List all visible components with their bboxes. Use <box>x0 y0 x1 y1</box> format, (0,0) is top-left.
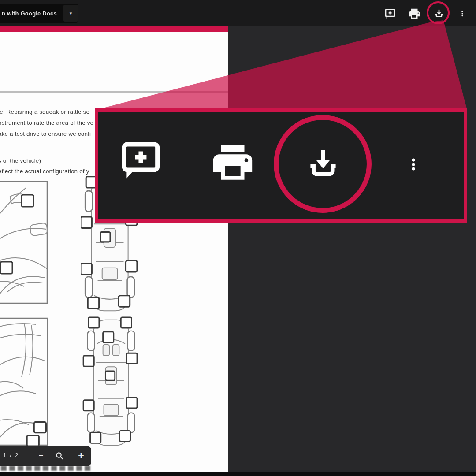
highlight-circle-small <box>427 1 450 24</box>
section-divider <box>0 91 228 93</box>
page-zoom-toolbar: 1 / 2 − + <box>0 446 91 466</box>
document-text-line: s of the vehicle) <box>0 157 41 164</box>
more-options-button[interactable] <box>459 7 466 20</box>
document-header-bar <box>0 26 228 32</box>
comment-add-icon <box>384 7 396 20</box>
comment-add-icon <box>118 137 164 183</box>
kebab-menu-icon <box>459 7 466 20</box>
callout-download-button[interactable] <box>304 145 342 183</box>
search-button[interactable] <box>55 451 65 461</box>
chevron-down-icon[interactable]: ▾ <box>63 5 78 22</box>
document-text-line: eflect the actual configuration of y <box>0 168 89 175</box>
tab-divider <box>63 7 63 20</box>
car-interior-diagram <box>0 181 49 304</box>
annotate-button[interactable] <box>384 7 396 20</box>
pdf-page: le. Repairing a squeak or rattle so nstr… <box>0 26 228 472</box>
callout-print-button[interactable] <box>209 139 256 186</box>
magnified-toolbar-callout <box>95 108 467 223</box>
pdf-viewer-screenshot: n with Google Docs ▾ <box>0 0 476 476</box>
car-chassis-diagram-bottom <box>82 316 140 449</box>
bottom-letterbox-bar <box>0 472 476 476</box>
car-engine-diagram <box>0 317 49 446</box>
kebab-menu-icon <box>406 141 421 187</box>
document-text-line: le. Repairing a squeak or rattle so <box>0 108 89 115</box>
blurred-text <box>1 466 91 471</box>
callout-annotate-button[interactable] <box>118 137 164 183</box>
printer-icon <box>209 139 256 186</box>
zoom-out-button[interactable]: − <box>37 453 45 460</box>
pdf-toolbar: n with Google Docs ▾ <box>0 0 476 26</box>
callout-more-options-button[interactable] <box>406 141 421 187</box>
printer-icon <box>408 7 421 20</box>
document-text-line: nstrument to rate the area of the ve <box>0 119 93 126</box>
print-button[interactable] <box>408 7 421 20</box>
download-icon <box>304 145 342 183</box>
document-text-line: ake a test drive to ensure we confi <box>0 130 91 137</box>
zoom-in-button[interactable]: + <box>76 450 86 462</box>
page-indicator: 1 / 2 <box>3 452 19 458</box>
open-with-google-docs-label: n with Google Docs <box>0 10 63 17</box>
open-with-google-docs-button[interactable]: n with Google Docs ▾ <box>0 4 78 23</box>
magnifier-icon <box>55 451 65 461</box>
